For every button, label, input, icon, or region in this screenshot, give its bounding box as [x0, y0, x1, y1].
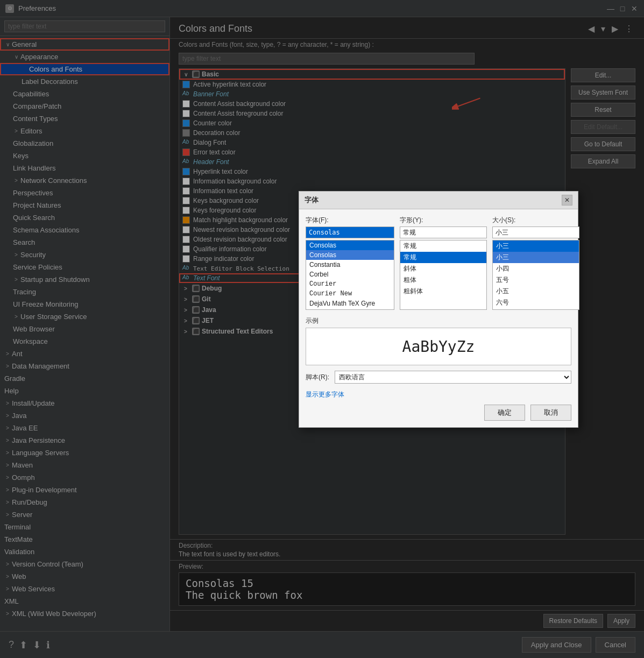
- dialog-body: 字体(F): Consolas Consolas Constantia Corb…: [299, 209, 578, 427]
- style-input[interactable]: [400, 227, 487, 238]
- style-list-item-regular[interactable]: 常规: [400, 252, 486, 263]
- size-list-item-xiaosan-hl[interactable]: 小三: [493, 252, 579, 263]
- show-more-fonts-link[interactable]: 显示更多字体: [306, 390, 571, 399]
- dialog-script-row: 脚本(R): 西欧语言: [306, 371, 571, 384]
- dialog-script-label: 脚本(R):: [306, 373, 329, 382]
- font-dialog: 字体 ✕ 字体(F): Consolas Consolas Constantia…: [299, 191, 578, 428]
- dialog-columns: 字体(F): Consolas Consolas Constantia Corb…: [306, 216, 571, 310]
- size-list-item-liuhao[interactable]: 六号: [493, 297, 579, 308]
- font-list-item-courier[interactable]: Courier: [306, 279, 394, 289]
- size-column-label: 大小(S):: [492, 216, 579, 225]
- font-list-item-consolas[interactable]: Consolas: [306, 250, 394, 260]
- size-list-item-xiaoliu[interactable]: 小六: [493, 308, 579, 310]
- dialog-cancel-button[interactable]: 取消: [530, 405, 571, 421]
- font-list-item-dejavu-math[interactable]: DejaVu Math TeX Gyre: [306, 299, 394, 308]
- style-list-item-regular-top[interactable]: 常规: [400, 240, 486, 252]
- font-name-input[interactable]: [306, 227, 394, 238]
- size-column: 大小(S): 小三 小三 小四 五号 小五 六号 小六: [492, 216, 579, 310]
- dialog-title: 字体: [305, 195, 319, 205]
- font-list-item-dubai[interactable]: Dubai: [306, 308, 394, 310]
- dialog-buttons: 确定 取消: [306, 405, 571, 421]
- style-column: 字形(Y): 常规 常规 斜体 粗体 粗斜体: [400, 216, 487, 310]
- size-list-item-xiaosan[interactable]: 小三: [493, 240, 579, 252]
- style-list-item-bold-italic[interactable]: 粗斜体: [400, 286, 486, 297]
- style-list-item-italic[interactable]: 斜体: [400, 263, 486, 274]
- size-list-item-sihao[interactable]: 小四: [493, 263, 579, 274]
- size-list-item-wuhao[interactable]: 五号: [493, 274, 579, 286]
- dialog-preview-label: 示例: [306, 316, 571, 326]
- size-input[interactable]: [492, 227, 579, 238]
- size-list-item-xiaowu[interactable]: 小五: [493, 286, 579, 297]
- font-column: 字体(F): Consolas Consolas Constantia Corb…: [306, 216, 394, 310]
- font-list-item-constantia[interactable]: Constantia: [306, 260, 394, 270]
- dialog-ok-button[interactable]: 确定: [484, 405, 525, 421]
- font-list-item-courier-new[interactable]: Courier New: [306, 289, 394, 299]
- font-list-item-consolas-top[interactable]: Consolas: [306, 240, 394, 250]
- dialog-preview-box: AaBbYyZz: [306, 328, 571, 365]
- dialog-preview-section: 示例 AaBbYyZz: [306, 316, 571, 365]
- dialog-script-select[interactable]: 西欧语言: [335, 371, 571, 384]
- font-dialog-overlay: 字体 ✕ 字体(F): Consolas Consolas Constantia…: [0, 0, 644, 658]
- font-column-label: 字体(F):: [306, 216, 394, 225]
- style-listbox[interactable]: 常规 常规 斜体 粗体 粗斜体: [400, 240, 487, 310]
- font-list-item-corbel[interactable]: Corbel: [306, 270, 394, 279]
- dialog-close-button[interactable]: ✕: [562, 195, 572, 206]
- style-column-label: 字形(Y):: [400, 216, 487, 225]
- dialog-title-bar: 字体 ✕: [299, 192, 578, 209]
- size-listbox[interactable]: 小三 小三 小四 五号 小五 六号 小六: [492, 240, 579, 310]
- font-listbox[interactable]: Consolas Consolas Constantia Corbel Cour…: [306, 240, 394, 310]
- dialog-preview-text: AaBbYyZz: [402, 338, 475, 356]
- style-list-item-bold[interactable]: 粗体: [400, 274, 486, 286]
